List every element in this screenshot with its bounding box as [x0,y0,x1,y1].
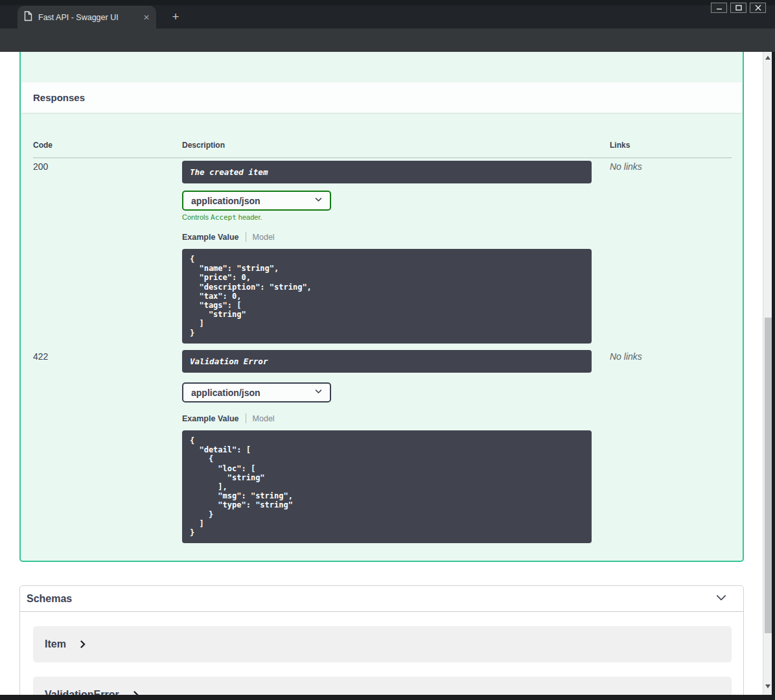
responses-panel: Responses Code Description Links 200 The… [19,52,744,562]
response-code-200: 200 [33,161,48,172]
tab-title: Fast API - Swagger UI [38,13,143,22]
schema-validationerror-card[interactable]: ValidationError [33,677,732,695]
media-type-value-200: application/json [191,196,314,206]
chevron-right-icon [79,640,86,649]
chevron-down-icon [314,194,323,207]
new-tab-button[interactable]: + [168,10,183,24]
browser-tab[interactable]: Fast API - Swagger UI ✕ [17,6,156,29]
schema-item-name: Item [45,638,66,650]
page-content: Responses Code Description Links 200 The… [0,52,772,695]
column-header-links: Links [610,141,630,150]
tab-close-icon[interactable]: ✕ [143,14,150,21]
tab-model[interactable]: Model [253,414,275,423]
table-header-rule [33,158,732,158]
schemas-title: Schemas [27,593,715,605]
media-type-select-200[interactable]: application/json [182,191,331,211]
tab-example-value[interactable]: Example Value [182,414,239,423]
accept-note-suffix: header. [237,213,262,221]
media-type-select-422[interactable]: application/json [182,382,331,402]
media-type-value-422: application/json [191,388,314,398]
schemas-header[interactable]: Schemas [20,586,743,612]
scroll-down-arrow-icon[interactable] [765,684,770,688]
accept-header-note: Controls Accept header. [182,213,262,222]
vertical-scrollbar[interactable] [763,52,772,695]
browser-toolbar: 127.0.0.1:8000/docs [0,29,775,52]
titlebar: Fast API - Swagger UI ✕ + [0,0,775,29]
example-model-tabs-422: Example Value Model [182,414,275,423]
collapse-chevron-icon[interactable] [715,591,728,607]
tab-model[interactable]: Model [253,233,275,242]
maximize-button[interactable] [730,3,746,13]
response-code-422: 422 [33,351,48,362]
response-links-200: No links [610,161,642,172]
responses-title: Responses [33,92,85,103]
example-json-422[interactable]: { "detail": [ { "loc": [ "string" ], "ms… [182,430,592,543]
response-links-422: No links [610,351,642,362]
tab-divider [246,414,246,423]
accept-note-prefix: Controls [182,213,211,221]
close-button[interactable] [750,3,766,13]
browser-window: Fast API - Swagger UI ✕ + [0,0,775,700]
tab-example-value[interactable]: Example Value [182,233,239,242]
minimize-button[interactable] [711,3,727,13]
accept-note-word: Accept [211,213,237,222]
column-header-description: Description [182,141,225,150]
window-controls [711,3,766,13]
window-frame-right [772,52,775,700]
example-json-200[interactable]: { "name": "string", "price": 0, "descrip… [182,249,592,344]
chevron-down-icon [314,386,323,399]
schemas-panel: Schemas Item ValidationError [19,585,744,695]
chevron-right-icon [132,690,139,695]
example-model-tabs-200: Example Value Model [182,232,275,242]
page-favicon-icon [24,11,32,24]
response-description-422: Validation Error [182,350,592,373]
responses-header: Responses [21,82,743,113]
window-frame-bottom [0,695,775,700]
tab-divider [246,232,246,242]
titlebar-top-strip [0,0,775,5]
schema-validationerror-name: ValidationError [45,689,119,695]
schema-item-card[interactable]: Item [33,626,732,662]
response-description-200: The created item [182,161,592,183]
scrollbar-thumb[interactable] [765,318,772,633]
column-header-code: Code [33,141,52,150]
scroll-up-arrow-icon[interactable] [765,56,770,60]
